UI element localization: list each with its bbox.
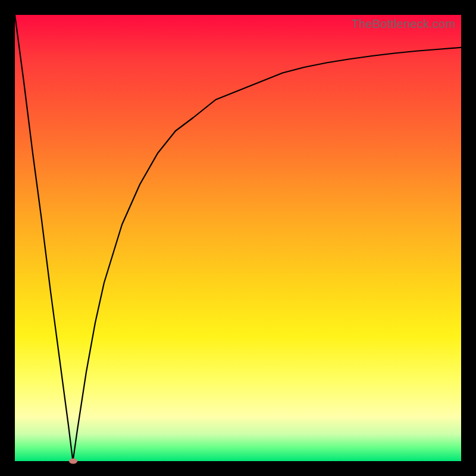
plot-area: TheBottleneck.com: [15, 15, 461, 461]
chart-frame: TheBottleneck.com: [0, 0, 476, 476]
bottleneck-curve: [15, 15, 461, 461]
minimum-marker: [69, 459, 77, 464]
